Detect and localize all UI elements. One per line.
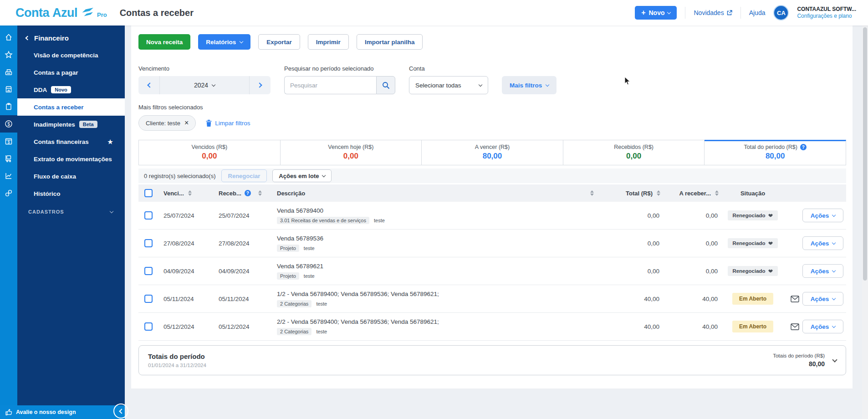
vertical-scrollbar[interactable] [862,26,868,419]
home-icon[interactable] [0,29,17,46]
plus-icon: + [641,9,645,17]
secondary-tag: teste [316,301,327,307]
sidebar-item-contas-financeiras[interactable]: Contas financeiras★ [17,133,125,150]
description-text[interactable]: Venda 56789536 [277,235,589,242]
vencimento-date: 25/07/2024 [158,212,209,219]
help-icon[interactable]: ? [245,190,251,196]
favorites-icon[interactable] [0,46,17,63]
filter-chip-cliente[interactable]: Cliente: teste × [138,115,196,131]
sidebar-item-inadimplentes[interactable]: InadimplentesBeta [17,116,125,133]
description-text[interactable]: 1/2 - Venda 56789400; Venda 56789536; Ve… [277,291,589,297]
chevron-down-icon [322,173,326,177]
column-recebimento[interactable]: Receb...? [209,190,267,197]
card-vencidos[interactable]: Vencidos (R$) 0,00 [138,140,281,165]
sidebar-item-fluxo-de-caixa[interactable]: Fluxo de caixa [17,168,125,185]
design-feedback-bar[interactable]: Avalie o nosso design [0,405,125,419]
beta-badge: Beta [79,121,97,128]
row-checkbox[interactable] [144,211,153,220]
avatar[interactable]: CA [773,5,789,20]
acoes-button[interactable]: Ações [802,320,843,333]
sort-icon[interactable] [589,190,606,196]
imprimir-button[interactable]: Imprimir [308,34,349,50]
help-icon[interactable]: ? [800,144,807,150]
sort-icon[interactable] [258,190,262,196]
sidebar-collapse-button[interactable] [113,404,128,419]
contaazul-logo[interactable]: Conta Azul Pro [15,6,107,20]
ajuda-link[interactable]: Ajuda [749,9,766,16]
billing-calendar-icon[interactable]: $ [0,133,17,150]
mais-filtros-button[interactable]: Mais filtros [502,76,557,94]
row-checkbox[interactable] [144,295,153,303]
sort-icon[interactable] [657,190,660,196]
card-a-vencer[interactable]: A vencer (R$) 80,00 [422,140,563,165]
acoes-em-lote-button[interactable]: Ações em lote [272,169,332,182]
card-recebidos[interactable]: Recebidos (R$) 0,00 [563,140,705,165]
acoes-button[interactable]: Ações [802,236,843,250]
prev-year-button[interactable] [138,76,159,94]
column-descricao[interactable]: Descrição [267,190,589,197]
description-text[interactable]: Venda 56789400 [277,207,589,214]
sort-icon[interactable] [188,190,192,196]
novo-button[interactable]: + Novo [635,6,677,20]
relatorios-button[interactable]: Relatórios [198,34,250,50]
table-header: Venci... Receb...? Descrição Total (R$) … [138,184,846,202]
store-icon[interactable] [0,81,17,98]
select-all-checkbox[interactable] [144,189,153,197]
column-a-receber[interactable]: A receber... [660,190,719,197]
hand-truck-icon[interactable] [0,150,17,167]
chevron-down-icon [832,296,836,300]
sidebar-item-historico[interactable]: Histórico [17,185,125,202]
sidebar-item-extrato-de-movimentacoes[interactable]: Extrato de movimentações [17,150,125,168]
search-icon [382,82,390,89]
description-text[interactable]: Venda 56789621 [277,263,589,270]
chevron-down-icon[interactable] [832,357,837,362]
account-settings-link[interactable]: Configurações e plano [797,13,856,20]
conta-select[interactable]: Selecionar todas [409,76,488,94]
totals-footer[interactable]: Totais do período 01/01/2024 a 31/12/202… [138,345,846,375]
clipboard-icon[interactable] [0,98,17,115]
nova-receita-button[interactable]: Nova receita [138,34,190,50]
row-checkbox[interactable] [144,267,153,275]
renegociar-button[interactable]: Renegociar [221,169,267,182]
row-checkbox[interactable] [144,239,153,247]
next-year-button[interactable] [250,76,271,94]
sidebar-item-contas-a-receber[interactable]: Contas a receber [17,98,125,116]
account-name: CONTAAZUL SOFTW... [797,6,856,13]
sidebar-item-dda[interactable]: DDANovo [17,81,125,98]
a-receber-value: 0,00 [660,240,719,247]
importar-planilha-button[interactable]: Importar planilha [357,34,423,50]
column-total[interactable]: Total (R$) [606,190,660,197]
chevron-down-icon [832,324,836,327]
sidebar-module-header[interactable]: Financeiro [17,29,125,46]
acoes-button[interactable]: Ações [802,292,843,306]
finance-icon[interactable]: $ [0,115,17,133]
chevron-left-icon [119,409,124,414]
search-button[interactable] [376,76,395,94]
exportar-button[interactable]: Exportar [258,34,300,50]
card-total-do-periodo[interactable]: Total do período (R$)? 80,00 [705,140,846,165]
sidebar-section-cadastros[interactable]: CADASTROS [17,203,125,220]
send-email-button[interactable] [787,296,802,302]
close-icon[interactable]: × [184,119,189,127]
novidades-link[interactable]: Novidades [694,9,732,16]
row-checkbox[interactable] [144,322,153,331]
selected-filters: Mais filtros selecionados Cliente: teste… [138,104,846,131]
description-text[interactable]: 2/2 - Venda 56789400; Venda 56789536; Ve… [277,318,589,325]
card-vencem-hoje[interactable]: Vencem hoje (R$) 0,00 [281,140,422,165]
integrations-link-icon[interactable] [0,184,17,202]
search-input[interactable] [284,76,376,94]
acoes-button[interactable]: Ações [802,209,843,222]
chart-icon[interactable] [0,167,17,184]
scrollbar-thumb[interactable] [863,27,867,281]
column-vencimento[interactable]: Venci... [158,190,209,197]
limpar-filtros-link[interactable]: Limpar filtros [206,120,250,127]
vencimento-date: 05/12/2024 [158,323,209,330]
sort-icon[interactable] [715,190,719,196]
chevron-down-icon [110,209,113,213]
acoes-button[interactable]: Ações [802,264,843,278]
sidebar-item-contas-a-pagar[interactable]: Contas a pagar [17,64,125,81]
send-email-button[interactable] [787,323,802,330]
year-dropdown[interactable]: 2024 [159,76,250,94]
cash-register-icon[interactable] [0,63,17,81]
sidebar-item-visao-de-competencia[interactable]: Visão de competência [17,46,125,64]
